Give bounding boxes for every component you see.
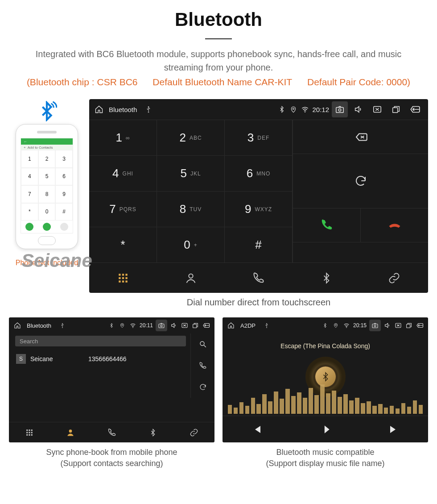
nav-bt[interactable]	[132, 422, 173, 442]
dialer-caption: Dial number direct from touchscreen	[89, 297, 428, 308]
key-1[interactable]: 1∞	[89, 120, 157, 155]
status-title: Bluetooth	[109, 106, 137, 113]
sync-contacts-button[interactable]	[190, 376, 214, 398]
location-icon	[332, 323, 340, 328]
volume-button[interactable]	[170, 322, 178, 329]
back-button[interactable]	[202, 321, 210, 329]
bt-icon	[321, 323, 329, 328]
camera-button[interactable]	[156, 320, 167, 331]
music-controls	[223, 416, 428, 442]
recent-button[interactable]	[405, 322, 413, 329]
home-icon[interactable]	[227, 322, 235, 329]
nav-pair[interactable]	[173, 422, 214, 442]
song-title: Escape (The Pina Colada Song)	[280, 342, 370, 350]
key-3[interactable]: 3DEF	[225, 120, 293, 155]
contacts-bottom-nav	[9, 422, 214, 442]
contact-name: Seicane	[30, 355, 88, 362]
usb-icon	[144, 106, 153, 113]
spec-line: (Bluetooth chip : CSR BC6 Default Blueto…	[0, 77, 437, 87]
play-button[interactable]	[291, 416, 360, 442]
bt-icon	[107, 323, 115, 328]
key-6[interactable]: 6MNO	[225, 155, 293, 191]
svg-point-17	[69, 429, 72, 433]
key-8[interactable]: 8TUV	[157, 191, 225, 227]
phone-keypad: 123 456 789 *0#	[21, 150, 73, 221]
volume-button[interactable]	[350, 101, 367, 117]
close-app-button[interactable]	[369, 101, 385, 117]
usb-icon	[263, 323, 271, 328]
contacts-screen: Bluetooth 20:11 Search	[9, 317, 214, 442]
nav-calls[interactable]	[225, 263, 293, 293]
dialer-keypad: 1∞ 2ABC 3DEF 4GHI 5JKL 6MNO 7PQRS 8TUV 9…	[89, 120, 293, 262]
nav-contacts[interactable]	[50, 422, 91, 442]
prev-button[interactable]	[223, 416, 291, 442]
nav-calls[interactable]	[91, 422, 132, 442]
phone-add-contacts: +Add to Contacts	[21, 145, 73, 150]
phone-dock	[21, 221, 73, 233]
contacts-search-input[interactable]: Search	[15, 336, 186, 346]
hangup-button[interactable]	[360, 208, 428, 242]
usb-icon	[58, 323, 66, 328]
status-time: 20:12	[312, 106, 329, 113]
close-app-button[interactable]	[394, 322, 402, 329]
nav-keypad[interactable]	[9, 422, 50, 442]
backspace-button[interactable]	[293, 120, 428, 154]
nav-contacts[interactable]	[157, 263, 225, 293]
close-app-button[interactable]	[181, 322, 189, 329]
contacts-caption: Sync phone-book from mobile phone(Suppor…	[9, 447, 214, 469]
phone-device: ← +Add to Contacts 123 456 789 *0#	[16, 124, 78, 249]
status-time: 20:11	[140, 322, 153, 329]
bluetooth-badge-icon	[37, 101, 57, 121]
description-text: Integrated with BC6 Bluetooth module, su…	[0, 47, 437, 74]
contact-number: 13566664466	[88, 355, 127, 362]
recent-button[interactable]	[388, 101, 404, 117]
nav-keypad[interactable]	[89, 263, 157, 293]
equalizer	[223, 384, 428, 416]
spec-name: Default Bluetooth Name CAR-KIT	[153, 77, 292, 87]
home-icon[interactable]	[13, 322, 21, 329]
home-icon[interactable]	[95, 104, 103, 114]
music-status-bar: A2DP 20:15	[223, 317, 428, 333]
music-screen: A2DP 20:15 Escape (The Pina Colada Song)	[223, 317, 428, 442]
key-hash[interactable]: #	[225, 227, 293, 262]
number-display	[293, 242, 428, 262]
call-contact-button[interactable]	[190, 355, 214, 376]
title-underline	[205, 38, 232, 39]
dialer-bottom-nav	[89, 262, 428, 293]
bt-icon	[277, 106, 286, 113]
key-7[interactable]: 7PQRS	[89, 191, 157, 227]
key-9[interactable]: 9WXYZ	[225, 191, 293, 227]
back-button[interactable]	[407, 101, 423, 117]
key-0[interactable]: 0+	[157, 227, 225, 262]
phone-not-included: Phone Not Included	[9, 259, 85, 267]
location-icon	[289, 106, 298, 113]
wifi-icon	[129, 322, 137, 329]
camera-button[interactable]	[369, 320, 381, 331]
contact-row[interactable]: S Seicane 13566664466	[9, 349, 190, 369]
back-button[interactable]	[416, 321, 424, 329]
contact-letter: S	[16, 354, 26, 364]
nav-pair[interactable]	[360, 263, 428, 293]
phone-home-button	[38, 236, 56, 245]
call-button[interactable]	[293, 208, 360, 242]
page-title: Bluetooth	[0, 0, 437, 30]
recent-button[interactable]	[191, 322, 199, 329]
status-time: 20:15	[353, 322, 367, 329]
key-2[interactable]: 2ABC	[157, 120, 225, 155]
key-5[interactable]: 5JKL	[157, 155, 225, 191]
dialer-status-bar: Bluetooth 20:12	[89, 99, 428, 120]
wifi-icon	[301, 105, 309, 113]
key-4[interactable]: 4GHI	[89, 155, 157, 191]
contacts-status-bar: Bluetooth 20:11	[9, 317, 214, 333]
search-button[interactable]	[190, 333, 214, 355]
spec-pair: Default Pair Code: 0000)	[307, 77, 410, 87]
phone-screen: ← +Add to Contacts 123 456 789 *0#	[21, 138, 73, 233]
key-star[interactable]: *	[89, 227, 157, 262]
sync-button[interactable]	[293, 154, 428, 208]
spec-chip: (Bluetooth chip : CSR BC6	[27, 77, 138, 87]
volume-button[interactable]	[383, 322, 392, 329]
phone-dialer-header: ←	[21, 138, 73, 145]
next-button[interactable]	[359, 416, 428, 442]
nav-bt[interactable]	[293, 263, 360, 293]
camera-button[interactable]	[332, 101, 348, 117]
